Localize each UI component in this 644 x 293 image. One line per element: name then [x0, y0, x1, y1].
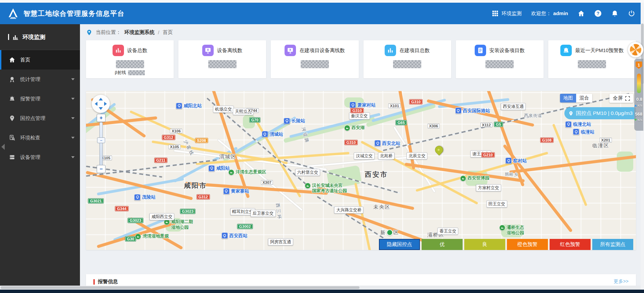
map-type-map-button[interactable]: 地图	[560, 94, 576, 102]
monitor-dot-icon[interactable]	[386, 229, 393, 236]
stat-cards-row: 设备总数β射线设备离线数在建项目设备离线数在建项目总数安装设备项目数最近一天PM…	[86, 40, 636, 78]
map-ggreen-label: G3023	[128, 218, 143, 223]
map-junction-label: 方家村立交	[476, 184, 501, 192]
monitorx-icon	[202, 45, 214, 56]
map-gwhite-label: X112	[480, 123, 492, 127]
stat-card-head: 在建项目设备离线数	[285, 45, 345, 56]
stat-card[interactable]: 设备离线数	[178, 40, 266, 78]
map-gwhite-label: X744	[247, 108, 259, 113]
map-ggreen-label: G5	[494, 122, 503, 127]
map-ggreen-label: G3023	[180, 209, 196, 214]
accelerator-bar: 1 0.8 K/s 568 K/s	[634, 59, 643, 131]
map-station-marker[interactable]: 渭城站	[262, 131, 283, 137]
map-type-hybrid-button[interactable]: 混合	[576, 94, 592, 102]
map-gred-label: G344	[115, 206, 128, 211]
alarm-panel-title: 报警信息	[93, 279, 118, 285]
map-park-label: 沣渭生态景观区	[228, 169, 266, 175]
map-junction-label: 西安港互通	[501, 103, 526, 110]
zoom-in-button[interactable]: +	[97, 114, 105, 122]
sidebar-item-label: 环境检查	[20, 135, 40, 141]
zoom-out-button[interactable]: −	[97, 165, 105, 173]
legend-button[interactable]: 所有监测点	[592, 239, 633, 250]
upload-speed: 0.8 K/s	[634, 96, 643, 108]
zoom-slider-handle[interactable]: −	[97, 137, 105, 143]
app-title: 智慧工地综合管理服务信息平台	[24, 9, 125, 18]
stat-card[interactable]: 设备总数β射线	[86, 40, 174, 78]
pan-right-icon[interactable]	[104, 102, 107, 106]
rail-station-icon	[350, 102, 356, 108]
pan-left-icon[interactable]	[95, 102, 97, 106]
map-station-marker[interactable]: 西安北站	[375, 140, 400, 146]
notification-bell-icon[interactable]	[611, 10, 618, 17]
help-icon[interactable]: ?	[594, 10, 602, 17]
map-gwhite-label: X201	[600, 138, 612, 142]
zoom-slider-track[interactable]	[99, 122, 103, 172]
signal-gradient-bar	[637, 74, 641, 93]
map-district-label: 渭城区	[219, 153, 237, 160]
chevron-down-icon	[71, 156, 75, 158]
map-ggreen-label: G65	[396, 120, 406, 125]
map-city-label: 西安市	[365, 170, 388, 179]
map-station-marker[interactable]: 咸阳站	[208, 165, 230, 171]
sidebar-item-stats[interactable]: 统计管理	[0, 70, 80, 89]
stat-card[interactable]: 在建项目设备离线数	[271, 40, 358, 78]
alarm-icon	[9, 95, 15, 102]
horizontal-scrollbar[interactable]	[0, 286, 641, 290]
map-station-marker[interactable]: 临潼北站	[565, 121, 591, 127]
welcome-text: 欢迎您：admin	[531, 10, 568, 17]
map-canvas[interactable]: + − − 地图混合 全屏 国控点 PM10 | 0.0μg/m3 隐藏国控点优…	[86, 91, 636, 250]
sidebar-item-pin[interactable]: 国控点管理	[0, 109, 80, 128]
shield-badge-icon: 1	[636, 61, 642, 69]
map-monitor-point[interactable]: 新区	[380, 229, 399, 236]
home-icon[interactable]	[577, 10, 585, 17]
stat-card-title: 最近一天PM10预警数	[575, 47, 624, 54]
doc-icon	[475, 45, 486, 56]
map-station-marker[interactable]: 临潼站	[573, 129, 595, 135]
breadcrumb-current[interactable]: 首页	[163, 29, 173, 36]
more-link[interactable]: 更多>>	[614, 279, 629, 285]
map-station-marker[interactable]: 黄家寨站	[223, 188, 249, 194]
map-pm10-pin-marker[interactable]	[435, 146, 443, 154]
legend-button[interactable]: 隐藏国控点	[379, 239, 420, 250]
stat-card[interactable]: 安装设备项目数	[456, 40, 544, 78]
map-park-label: 灞桥生态 湿地公园	[499, 225, 524, 236]
sidebar-item-home[interactable]: 首页	[0, 50, 80, 70]
sidebar-item-device[interactable]: 设备管理	[0, 148, 80, 167]
chevron-down-icon	[71, 78, 75, 80]
map-station-marker[interactable]: 咸阳北站	[176, 102, 202, 109]
pan-down-icon[interactable]	[99, 107, 103, 110]
map-station-marker[interactable]: 长陵站	[284, 118, 305, 124]
pinwheel-icon[interactable]	[628, 42, 643, 57]
stat-card[interactable]: 在建项目总数	[363, 40, 451, 78]
map-station-marker[interactable]: 西安西站	[221, 233, 247, 239]
stat-card-value-redacted	[116, 60, 144, 68]
map-town-label: 西泉街道	[524, 113, 542, 118]
sidebar-item-label: 报警管理	[20, 96, 40, 102]
app-switcher[interactable]: 环境监测	[492, 10, 522, 17]
breadcrumb: 当前位置： 环境监测系统 / 首页	[86, 24, 636, 40]
map-pan-control[interactable]	[92, 95, 110, 113]
map-station-marker[interactable]: 西安国际港站	[455, 108, 490, 114]
pan-up-icon[interactable]	[99, 98, 103, 100]
sidebar-item-inspect[interactable]: 环境检查	[0, 128, 80, 148]
map-station-marker[interactable]: 茂陵站	[134, 194, 156, 200]
chart-icon	[113, 45, 124, 56]
park-icon	[305, 182, 311, 189]
breadcrumb-system[interactable]: 环境监测系统	[124, 29, 155, 36]
map-junction-label: 六村堡立交	[295, 169, 320, 176]
map-station-marker[interactable]: 窑村站	[505, 158, 527, 164]
horizontal-scrollbar-thumb[interactable]	[1, 286, 359, 289]
map-park-label: 汉长安城未央宫 国家考古遗址公园	[305, 182, 347, 194]
pm10-tooltip[interactable]: 国控点 PM10 | 0.0μg/m3	[564, 107, 636, 119]
stat-card[interactable]: 最近一天PM10预警数	[548, 40, 636, 78]
legend-button[interactable]: 良	[464, 239, 505, 250]
sidebar-collapse-arrow[interactable]	[1, 144, 5, 150]
rail-station-icon	[375, 140, 381, 146]
power-logout-icon[interactable]	[628, 10, 635, 17]
sidebar-item-alarm[interactable]: 报警管理	[0, 89, 80, 109]
legend-button[interactable]: 橙色预警	[507, 239, 548, 250]
map-road	[393, 126, 436, 193]
map-station-marker[interactable]: 萧家村站	[350, 102, 376, 108]
legend-button[interactable]: 优	[422, 239, 463, 250]
legend-button[interactable]: 红色预警	[550, 239, 591, 250]
